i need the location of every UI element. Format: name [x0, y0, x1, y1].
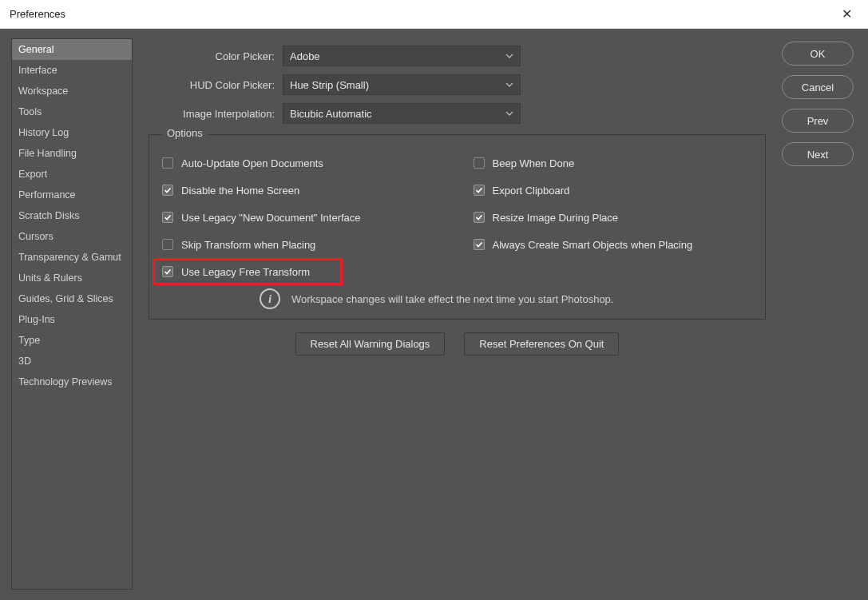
- prev-button[interactable]: Prev: [782, 109, 854, 133]
- option-row: Auto-Update Open Documents: [162, 149, 442, 177]
- sidebar-item-3d[interactable]: 3D: [12, 351, 132, 372]
- cancel-button[interactable]: Cancel: [782, 75, 854, 99]
- checkbox[interactable]: [474, 239, 485, 250]
- dialog-body: GeneralInterfaceWorkspaceToolsHistory Lo…: [0, 29, 868, 600]
- label-color-picker: Color Picker:: [149, 50, 275, 62]
- chevron-down-icon: [505, 52, 513, 60]
- sidebar-item-history-log[interactable]: History Log: [12, 122, 132, 143]
- sidebar-item-performance[interactable]: Performance: [12, 185, 132, 205]
- checkbox[interactable]: [162, 266, 173, 277]
- option-row: Beep When Done: [474, 149, 753, 177]
- chevron-down-icon: [505, 81, 513, 89]
- option-label: Export Clipboard: [493, 185, 570, 197]
- info-text: Workspace changes will take effect the n…: [291, 293, 613, 305]
- checkbox[interactable]: [474, 212, 485, 223]
- option-label: Beep When Done: [493, 157, 575, 169]
- sidebar-item-general[interactable]: General: [12, 39, 132, 60]
- sidebar-item-plug-ins[interactable]: Plug-Ins: [12, 309, 132, 330]
- sidebar-item-interface[interactable]: Interface: [12, 60, 132, 81]
- info-row: i Workspace changes will take effect the…: [162, 288, 752, 309]
- sidebar-item-workspace[interactable]: Workspace: [12, 81, 132, 101]
- select-hud-value: Hue Strip (Small): [290, 79, 369, 91]
- option-row: Use Legacy "New Document" Interface: [162, 204, 442, 231]
- main-panel: Color Picker: Adobe HUD Color Picker: Hu…: [141, 38, 774, 590]
- option-label: Use Legacy Free Transform: [181, 266, 310, 278]
- option-label: Auto-Update Open Documents: [181, 157, 323, 169]
- select-color-picker[interactable]: Adobe: [283, 46, 521, 66]
- checkbox[interactable]: [162, 239, 173, 250]
- checkbox[interactable]: [474, 185, 485, 196]
- option-row: Disable the Home Screen: [162, 177, 442, 204]
- row-color-picker: Color Picker: Adobe: [149, 42, 766, 70]
- sidebar-item-scratch-disks[interactable]: Scratch Disks: [12, 205, 132, 226]
- select-image-interpolation[interactable]: Bicubic Automatic: [283, 103, 521, 124]
- sidebar-item-tools[interactable]: Tools: [12, 101, 132, 122]
- sidebar: GeneralInterfaceWorkspaceToolsHistory Lo…: [11, 38, 133, 590]
- option-label: Always Create Smart Objects when Placing: [493, 239, 693, 251]
- close-icon[interactable]: ✕: [835, 3, 858, 25]
- info-icon: i: [260, 288, 280, 309]
- option-label: Disable the Home Screen: [181, 185, 299, 197]
- option-row: Skip Transform when Placing: [162, 231, 442, 258]
- row-image-interpolation: Image Interpolation: Bicubic Automatic: [149, 99, 766, 128]
- reset-warnings-button[interactable]: Reset All Warning Dialogs: [295, 332, 446, 356]
- sidebar-item-transparency-gamut[interactable]: Transparency & Gamut: [12, 247, 132, 268]
- sidebar-item-units-rulers[interactable]: Units & Rulers: [12, 268, 132, 288]
- row-hud-color-picker: HUD Color Picker: Hue Strip (Small): [149, 70, 766, 99]
- options-left-column: Auto-Update Open DocumentsDisable the Ho…: [162, 149, 442, 285]
- chevron-down-icon: [505, 109, 513, 117]
- option-row: Always Create Smart Objects when Placing: [474, 231, 753, 258]
- label-image-interpolation: Image Interpolation:: [149, 108, 275, 120]
- select-hud-color-picker[interactable]: Hue Strip (Small): [283, 74, 521, 95]
- options-legend: Options: [162, 127, 208, 139]
- ok-button[interactable]: OK: [782, 42, 854, 66]
- label-hud-color-picker: HUD Color Picker:: [149, 79, 275, 91]
- sidebar-item-cursors[interactable]: Cursors: [12, 226, 132, 247]
- reset-prefs-button[interactable]: Reset Preferences On Quit: [464, 332, 619, 356]
- option-label: Resize Image During Place: [493, 212, 619, 224]
- sidebar-item-export[interactable]: Export: [12, 164, 132, 185]
- checkbox[interactable]: [162, 157, 173, 169]
- sidebar-item-guides-grid-slices[interactable]: Guides, Grid & Slices: [12, 288, 132, 309]
- reset-row: Reset All Warning Dialogs Reset Preferen…: [149, 332, 766, 356]
- option-label: Skip Transform when Placing: [181, 239, 315, 251]
- option-row: Export Clipboard: [474, 177, 753, 204]
- checkbox[interactable]: [162, 212, 173, 223]
- option-row: Resize Image During Place: [474, 204, 753, 231]
- sidebar-item-type[interactable]: Type: [12, 330, 132, 351]
- options-right-column: Beep When DoneExport ClipboardResize Ima…: [474, 149, 753, 285]
- next-button[interactable]: Next: [782, 142, 854, 166]
- side-buttons: OK Cancel Prev Next: [782, 38, 854, 590]
- sidebar-item-file-handling[interactable]: File Handling: [12, 143, 132, 164]
- checkbox[interactable]: [162, 185, 173, 196]
- sidebar-item-technology-previews[interactable]: Technology Previews: [12, 372, 132, 392]
- dialog-title: Preferences: [10, 8, 65, 20]
- select-interp-value: Bicubic Automatic: [290, 108, 372, 120]
- checkbox[interactable]: [474, 157, 485, 169]
- titlebar: Preferences ✕: [0, 0, 868, 29]
- highlighted-option: Use Legacy Free Transform: [153, 258, 343, 285]
- option-label: Use Legacy "New Document" Interface: [181, 212, 361, 224]
- options-group: Options Auto-Update Open DocumentsDisabl…: [149, 134, 766, 320]
- select-color-picker-value: Adobe: [290, 50, 320, 62]
